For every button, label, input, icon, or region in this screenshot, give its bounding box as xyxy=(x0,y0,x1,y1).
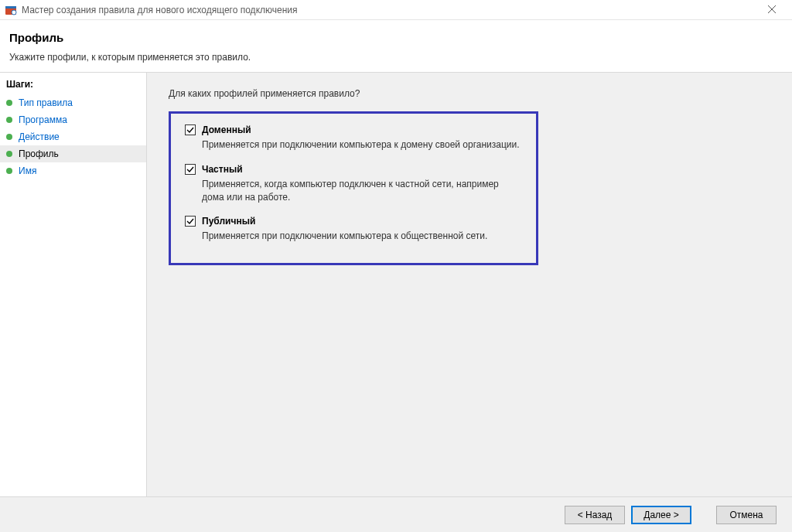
check-icon xyxy=(186,165,194,173)
page-subtitle: Укажите профили, к которым применяется э… xyxy=(9,52,783,63)
step-name[interactable]: Имя xyxy=(0,162,146,179)
check-icon xyxy=(186,217,194,225)
body: Шаги: Тип правила Программа Действие Про… xyxy=(0,72,792,500)
bullet-icon xyxy=(6,117,12,123)
option-description: Применяется при подключении компьютера к… xyxy=(202,230,522,243)
step-label: Действие xyxy=(19,131,60,142)
profiles-group: Доменный Применяется при подключении ком… xyxy=(169,111,538,265)
option-description: Применяется, когда компьютер подключен к… xyxy=(202,178,522,204)
step-profile[interactable]: Профиль xyxy=(0,145,146,162)
bullet-icon xyxy=(6,100,12,106)
content-question: Для каких профилей применяется правило? xyxy=(169,88,770,99)
close-icon xyxy=(767,5,777,14)
option-description: Применяется при подключении компьютера к… xyxy=(202,138,522,152)
step-rule-type[interactable]: Тип правила xyxy=(0,94,146,111)
step-label: Профиль xyxy=(19,148,59,159)
svg-point-2 xyxy=(12,10,16,15)
steps-sidebar: Шаги: Тип правила Программа Действие Про… xyxy=(0,73,147,500)
firewall-icon xyxy=(5,4,17,16)
option-label: Частный xyxy=(202,164,243,175)
content-pane: Для каких профилей применяется правило? … xyxy=(147,73,792,500)
page-title: Профиль xyxy=(9,31,783,44)
check-icon xyxy=(186,126,194,134)
back-button[interactable]: < Назад xyxy=(565,506,625,524)
close-button[interactable] xyxy=(756,4,787,16)
option-label: Публичный xyxy=(202,216,255,227)
page-header: Профиль Укажите профили, к которым приме… xyxy=(0,20,792,72)
option-domain: Доменный Применяется при подключении ком… xyxy=(185,124,522,152)
cancel-button[interactable]: Отмена xyxy=(716,506,777,524)
titlebar: Мастер создания правила для нового исход… xyxy=(0,0,792,20)
step-label: Имя xyxy=(19,165,36,176)
bullet-icon xyxy=(6,134,12,140)
step-program[interactable]: Программа xyxy=(0,111,146,128)
wizard-footer: < Назад Далее > Отмена xyxy=(0,496,792,532)
steps-label: Шаги: xyxy=(0,79,146,94)
step-action[interactable]: Действие xyxy=(0,128,146,145)
next-button[interactable]: Далее > xyxy=(631,506,691,524)
step-label: Программа xyxy=(19,114,67,125)
window-title: Мастер создания правила для нового исход… xyxy=(22,5,756,15)
option-label: Доменный xyxy=(202,124,251,135)
option-private: Частный Применяется, когда компьютер под… xyxy=(185,164,522,204)
option-public: Публичный Применяется при подключении ко… xyxy=(185,216,522,243)
bullet-icon xyxy=(6,151,12,157)
bullet-icon xyxy=(6,168,12,174)
checkbox-private[interactable] xyxy=(185,164,196,175)
svg-rect-1 xyxy=(5,6,16,9)
step-label: Тип правила xyxy=(19,97,73,108)
checkbox-public[interactable] xyxy=(185,216,196,227)
checkbox-domain[interactable] xyxy=(185,124,196,135)
